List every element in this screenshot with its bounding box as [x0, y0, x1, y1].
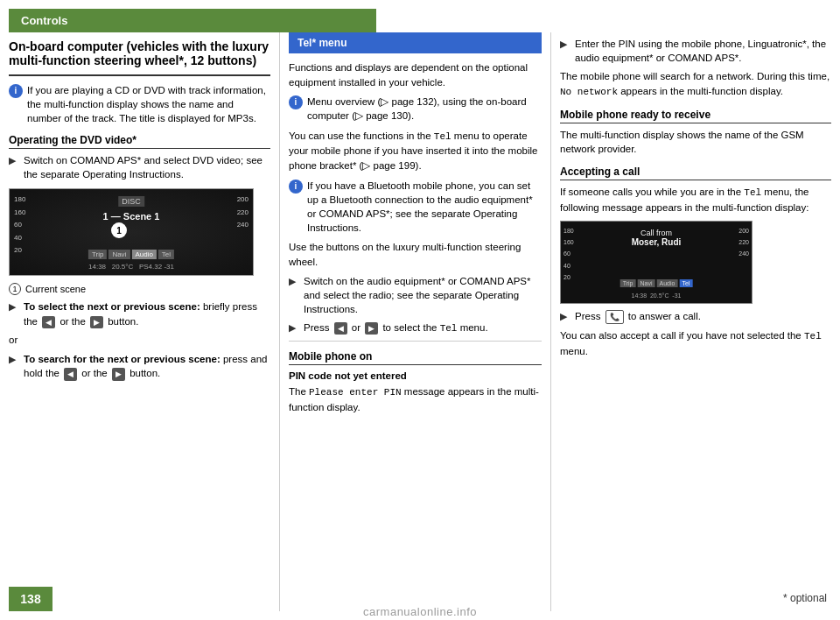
tel-info-icon-1: i: [289, 95, 303, 109]
tel-item-1: ▶ Switch on the audio equipment* or COMA…: [289, 274, 542, 316]
call-display-inner: 180160604020 200220240 Call from Moser, …: [561, 222, 752, 303]
answer-call-arrow: ▶: [560, 310, 572, 323]
pin-code: Please enter PIN: [309, 387, 402, 398]
tel-menu-header: Tel* menu: [289, 32, 542, 53]
scene-caption-text: Current scene: [25, 284, 86, 294]
dvd-nav-numbers: 14:38 20.5°C PS4.32 -31: [88, 263, 174, 271]
answer-btn-icon[interactable]: 📞: [606, 310, 624, 325]
accepting-call-text1: If someone calls you while you are in th…: [560, 185, 831, 215]
operating-dvd-heading: Operating the DVD video*: [9, 134, 270, 149]
page-title: On-board computer (vehicles with the lux…: [9, 32, 270, 76]
page-container: Controls On-board computer (vehicles wit…: [0, 0, 840, 620]
tel-code-2: Tel: [440, 323, 458, 334]
optional-note: * optional: [783, 592, 827, 604]
next-btn-icon[interactable]: ▶: [90, 316, 103, 329]
tel-arrow-2: ▶: [289, 321, 301, 335]
dvd-nav-tabs: Trip Navi Audio Tel: [88, 250, 174, 259]
mobile-ready-heading: Mobile phone ready to receive: [560, 109, 831, 123]
call-display: 180160604020 200220240 Call from Moser, …: [560, 221, 752, 304]
call-from-label: Call from: [632, 229, 682, 237]
right-column: ▶ Enter the PIN using the mobile phone, …: [551, 32, 831, 611]
hold-next-btn-icon[interactable]: ▶: [112, 368, 125, 381]
caption-circle-icon: 1: [9, 283, 21, 295]
tel-item-2: ▶ Press ◀ or ▶ to select the Tel menu.: [289, 321, 542, 335]
call-tab-audio: Audio: [656, 279, 677, 287]
no-network-code: No network: [560, 87, 618, 97]
call-tab-navi: Navi: [637, 279, 654, 287]
tel-prev-btn[interactable]: ◀: [334, 322, 347, 335]
arrow-icon-3: ▶: [9, 353, 21, 366]
hold-prev-btn-icon[interactable]: ◀: [64, 368, 77, 381]
call-name: Moser, Rudi: [632, 237, 682, 247]
scene-caption: 1 Current scene: [9, 283, 270, 295]
info-box-1: i If you are playing a CD or DVD with tr…: [9, 83, 270, 125]
tel-next-btn[interactable]: ▶: [365, 322, 378, 335]
watermark: carmanualonline.info: [0, 603, 840, 620]
tel-item-2-text: Press ◀ or ▶ to select the Tel menu.: [304, 321, 488, 335]
tel-code-3: Tel: [744, 187, 761, 198]
call-gauge-left: 180160604020: [564, 225, 574, 283]
tel-arrow-1: ▶: [289, 275, 301, 288]
scene-circle: 1: [111, 222, 127, 238]
main-content: On-board computer (vehicles with the lux…: [0, 32, 840, 620]
dvd-tab-audio: Audio: [131, 250, 156, 259]
info-text-1: If you are playing a CD or DVD with trac…: [27, 83, 270, 125]
pin-subheader: PIN code not yet entered: [289, 370, 542, 381]
tel-info-1-text: Menu overview (▷ page 132), using the on…: [307, 95, 542, 123]
dvd-tab-navi: Navi: [108, 250, 130, 259]
gauge-numbers-left: 180160604020: [14, 194, 25, 257]
dvd-tab-trip: Trip: [88, 250, 107, 259]
separator-1: [289, 341, 542, 342]
tel-para-2: You can use the functions in the Tel men…: [289, 129, 542, 173]
dvd-item-2: ▶ To select the next or previous scene: …: [9, 299, 270, 328]
scene-label: 1 — Scene 1: [103, 211, 160, 222]
tel-para-3: Use the buttons on the luxury multi-func…: [289, 240, 542, 269]
call-center: Call from Moser, Rudi: [632, 229, 682, 247]
dvd-item-3-text: To search for the next or previous scene…: [24, 352, 270, 381]
controls-header: Controls: [9, 9, 376, 32]
accept-call-text2: You can also accept a call if you have n…: [560, 328, 831, 359]
right-section: Tel* menu Functions and displays are dep…: [280, 32, 831, 611]
enter-pin-arrow: ▶: [560, 38, 572, 51]
call-numbers: 14:38 20.5°C -31: [632, 292, 682, 299]
prev-btn-icon[interactable]: ◀: [42, 316, 55, 329]
pin-text: The Please enter PIN message appears in …: [289, 384, 542, 415]
call-tab-trip: Trip: [620, 279, 636, 287]
enter-pin-text: Enter the PIN using the mobile phone, Li…: [575, 37, 831, 65]
tel-info-2: i If you have a Bluetooth mobile phone, …: [289, 179, 542, 235]
dvd-item-3-label: To search for the next or previous scene…: [24, 354, 220, 364]
mobile-ready-text: The multi-function display shows the nam…: [560, 128, 831, 157]
dvd-tab-tel: Tel: [158, 250, 174, 259]
answer-call-item: ▶ Press 📞 to answer a call.: [560, 309, 831, 325]
mobile-phone-heading: Mobile phone on: [289, 350, 542, 365]
disc-label: DISC: [118, 196, 144, 207]
call-gauge-right: 200220240: [738, 225, 749, 260]
enter-pin-item: ▶ Enter the PIN using the mobile phone, …: [560, 37, 831, 65]
dvd-item-1-text: Switch on COMAND APS* and select DVD vid…: [24, 153, 270, 181]
tel-code-1: Tel: [434, 131, 452, 142]
arrow-icon-1: ▶: [9, 154, 21, 167]
arrow-icon-2: ▶: [9, 300, 21, 314]
or-text: or: [9, 333, 270, 348]
gauge-numbers-right: 200220240: [237, 194, 248, 231]
accepting-call-heading: Accepting a call: [560, 166, 831, 180]
watermark-text: carmanualonline.info: [363, 605, 477, 618]
center-column: Tel* menu Functions and displays are dep…: [280, 32, 551, 611]
dvd-item-2-text: To select the next or previous scene: br…: [24, 299, 270, 328]
tel-item-1-text: Switch on the audio equipment* or COMAND…: [304, 274, 542, 316]
tel-info-icon-2: i: [289, 180, 303, 194]
network-search-text: The mobile phone will search for a netwo…: [560, 69, 831, 100]
dvd-inner: 180160604020 200220240 DISC 1 — Scene 1 …: [10, 189, 253, 275]
controls-label: Controls: [21, 14, 67, 27]
tel-menu-title: Tel* menu: [298, 37, 346, 49]
tel-info-1: i Menu overview (▷ page 132), using the …: [289, 95, 542, 123]
dvd-item-3: ▶ To search for the next or previous sce…: [9, 352, 270, 381]
left-column: On-board computer (vehicles with the lux…: [9, 32, 280, 611]
dvd-display: 180160604020 200220240 DISC 1 — Scene 1 …: [9, 188, 254, 276]
answer-call-text: Press 📞 to answer a call.: [575, 309, 701, 325]
dvd-item-2-label: To select the next or previous scene:: [24, 301, 200, 312]
tel-para-1: Functions and displays are dependent on …: [289, 60, 542, 89]
info-icon-1: i: [9, 84, 23, 98]
dvd-item-1: ▶ Switch on COMAND APS* and select DVD v…: [9, 153, 270, 181]
tel-code-4: Tel: [804, 331, 822, 342]
